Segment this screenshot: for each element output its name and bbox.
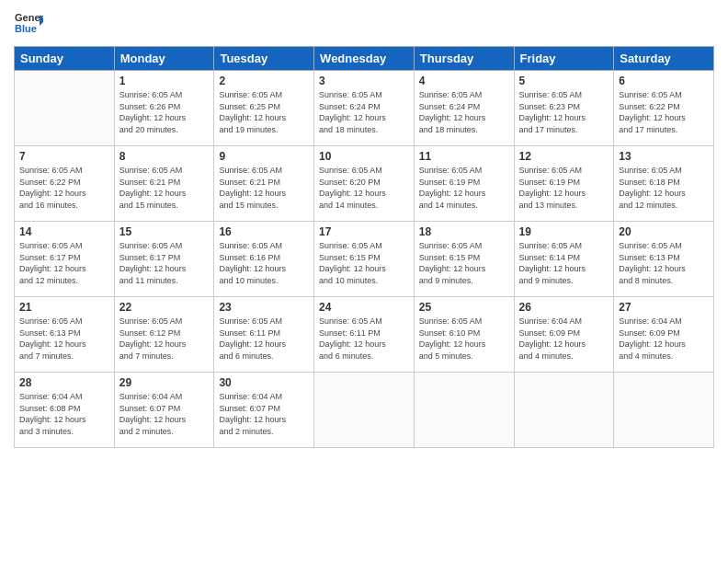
day-info: Sunrise: 6:05 AMSunset: 6:19 PMDaylight:… (519, 165, 609, 211)
day-cell-5-6 (514, 373, 614, 448)
day-cell-3-7: 20Sunrise: 6:05 AMSunset: 6:13 PMDayligh… (614, 222, 714, 297)
day-number: 25 (419, 301, 509, 314)
day-info: Sunrise: 6:04 AMSunset: 6:09 PMDaylight:… (619, 316, 709, 362)
week-row-3: 14Sunrise: 6:05 AMSunset: 6:17 PMDayligh… (15, 222, 714, 297)
day-number: 4 (419, 75, 509, 87)
day-info: Sunrise: 6:05 AMSunset: 6:22 PMDaylight:… (19, 165, 109, 211)
day-cell-4-6: 26Sunrise: 6:04 AMSunset: 6:09 PMDayligh… (514, 297, 614, 373)
day-info: Sunrise: 6:05 AMSunset: 6:18 PMDaylight:… (619, 165, 709, 211)
day-info: Sunrise: 6:04 AMSunset: 6:07 PMDaylight:… (219, 391, 309, 437)
svg-text:General: General (15, 12, 43, 23)
page: General Blue SundayMondayTuesdayWednesda… (0, 0, 728, 563)
calendar: SundayMondayTuesdayWednesdayThursdayFrid… (14, 46, 714, 448)
day-cell-5-1: 28Sunrise: 6:04 AMSunset: 6:08 PMDayligh… (15, 373, 115, 448)
weekday-header-row: SundayMondayTuesdayWednesdayThursdayFrid… (15, 47, 714, 71)
day-number: 8 (119, 150, 210, 163)
day-number: 28 (19, 376, 109, 389)
day-cell-4-4: 24Sunrise: 6:05 AMSunset: 6:11 PMDayligh… (314, 297, 415, 373)
day-number: 20 (619, 225, 709, 238)
day-cell-4-1: 21Sunrise: 6:05 AMSunset: 6:13 PMDayligh… (15, 297, 115, 373)
day-number: 11 (419, 150, 509, 163)
day-info: Sunrise: 6:05 AMSunset: 6:24 PMDaylight:… (319, 89, 409, 135)
day-number: 22 (119, 301, 210, 314)
day-number: 2 (219, 75, 309, 87)
day-number: 6 (619, 75, 709, 87)
day-number: 13 (619, 150, 709, 163)
day-info: Sunrise: 6:04 AMSunset: 6:09 PMDaylight:… (519, 316, 609, 362)
day-number: 26 (519, 301, 609, 314)
day-info: Sunrise: 6:05 AMSunset: 6:17 PMDaylight:… (19, 240, 109, 286)
day-info: Sunrise: 6:04 AMSunset: 6:07 PMDaylight:… (119, 391, 210, 437)
day-cell-4-5: 25Sunrise: 6:05 AMSunset: 6:10 PMDayligh… (414, 297, 514, 373)
day-cell-2-2: 8Sunrise: 6:05 AMSunset: 6:21 PMDaylight… (114, 146, 214, 222)
day-info: Sunrise: 6:05 AMSunset: 6:13 PMDaylight:… (619, 240, 709, 286)
svg-text:Blue: Blue (15, 23, 37, 34)
day-cell-2-3: 9Sunrise: 6:05 AMSunset: 6:21 PMDaylight… (214, 146, 314, 222)
day-info: Sunrise: 6:05 AMSunset: 6:21 PMDaylight:… (119, 165, 210, 211)
logo-svg: General Blue (14, 9, 43, 39)
day-info: Sunrise: 6:05 AMSunset: 6:13 PMDaylight:… (19, 316, 109, 362)
day-number: 27 (619, 301, 709, 314)
day-info: Sunrise: 6:05 AMSunset: 6:25 PMDaylight:… (219, 89, 309, 135)
day-cell-4-3: 23Sunrise: 6:05 AMSunset: 6:11 PMDayligh… (214, 297, 314, 373)
day-cell-3-4: 17Sunrise: 6:05 AMSunset: 6:15 PMDayligh… (314, 222, 415, 297)
day-info: Sunrise: 6:05 AMSunset: 6:15 PMDaylight:… (419, 240, 509, 286)
day-info: Sunrise: 6:05 AMSunset: 6:26 PMDaylight:… (119, 89, 210, 135)
day-number: 15 (119, 225, 210, 238)
day-info: Sunrise: 6:05 AMSunset: 6:19 PMDaylight:… (419, 165, 509, 211)
day-number: 1 (119, 75, 210, 87)
day-number: 5 (519, 75, 609, 87)
day-cell-3-5: 18Sunrise: 6:05 AMSunset: 6:15 PMDayligh… (414, 222, 514, 297)
day-number: 7 (19, 150, 109, 163)
day-cell-1-7: 6Sunrise: 6:05 AMSunset: 6:22 PMDaylight… (614, 71, 714, 146)
day-cell-1-5: 4Sunrise: 6:05 AMSunset: 6:24 PMDaylight… (414, 71, 514, 146)
day-cell-3-6: 19Sunrise: 6:05 AMSunset: 6:14 PMDayligh… (514, 222, 614, 297)
weekday-header-thursday: Thursday (414, 47, 514, 71)
day-number: 30 (219, 376, 309, 389)
day-info: Sunrise: 6:05 AMSunset: 6:10 PMDaylight:… (419, 316, 509, 362)
week-row-2: 7Sunrise: 6:05 AMSunset: 6:22 PMDaylight… (15, 146, 714, 222)
day-number: 12 (519, 150, 609, 163)
day-number: 21 (19, 301, 109, 314)
weekday-header-sunday: Sunday (15, 47, 115, 71)
day-cell-5-7 (614, 373, 714, 448)
week-row-1: 1Sunrise: 6:05 AMSunset: 6:26 PMDaylight… (15, 71, 714, 146)
day-number: 14 (19, 225, 109, 238)
day-number: 23 (219, 301, 309, 314)
day-info: Sunrise: 6:05 AMSunset: 6:20 PMDaylight:… (319, 165, 409, 211)
day-info: Sunrise: 6:04 AMSunset: 6:08 PMDaylight:… (19, 391, 109, 437)
day-cell-1-4: 3Sunrise: 6:05 AMSunset: 6:24 PMDaylight… (314, 71, 415, 146)
day-info: Sunrise: 6:05 AMSunset: 6:11 PMDaylight:… (219, 316, 309, 362)
day-info: Sunrise: 6:05 AMSunset: 6:15 PMDaylight:… (319, 240, 409, 286)
day-number: 29 (119, 376, 210, 389)
day-cell-4-7: 27Sunrise: 6:04 AMSunset: 6:09 PMDayligh… (614, 297, 714, 373)
day-number: 3 (319, 75, 409, 87)
weekday-header-monday: Monday (114, 47, 214, 71)
day-cell-1-2: 1Sunrise: 6:05 AMSunset: 6:26 PMDaylight… (114, 71, 214, 146)
day-number: 17 (319, 225, 409, 238)
day-cell-3-2: 15Sunrise: 6:05 AMSunset: 6:17 PMDayligh… (114, 222, 214, 297)
weekday-header-tuesday: Tuesday (214, 47, 314, 71)
day-info: Sunrise: 6:05 AMSunset: 6:23 PMDaylight:… (519, 89, 609, 135)
logo: General Blue (14, 9, 43, 39)
day-number: 18 (419, 225, 509, 238)
day-cell-5-2: 29Sunrise: 6:04 AMSunset: 6:07 PMDayligh… (114, 373, 214, 448)
header: General Blue (14, 9, 714, 39)
day-cell-1-3: 2Sunrise: 6:05 AMSunset: 6:25 PMDaylight… (214, 71, 314, 146)
day-number: 24 (319, 301, 409, 314)
weekday-header-wednesday: Wednesday (314, 47, 415, 71)
week-row-5: 28Sunrise: 6:04 AMSunset: 6:08 PMDayligh… (15, 373, 714, 448)
day-cell-2-6: 12Sunrise: 6:05 AMSunset: 6:19 PMDayligh… (514, 146, 614, 222)
day-info: Sunrise: 6:05 AMSunset: 6:24 PMDaylight:… (419, 89, 509, 135)
day-cell-2-4: 10Sunrise: 6:05 AMSunset: 6:20 PMDayligh… (314, 146, 415, 222)
day-cell-3-3: 16Sunrise: 6:05 AMSunset: 6:16 PMDayligh… (214, 222, 314, 297)
day-cell-2-5: 11Sunrise: 6:05 AMSunset: 6:19 PMDayligh… (414, 146, 514, 222)
day-info: Sunrise: 6:05 AMSunset: 6:22 PMDaylight:… (619, 89, 709, 135)
day-cell-4-2: 22Sunrise: 6:05 AMSunset: 6:12 PMDayligh… (114, 297, 214, 373)
day-info: Sunrise: 6:05 AMSunset: 6:12 PMDaylight:… (119, 316, 210, 362)
day-cell-5-3: 30Sunrise: 6:04 AMSunset: 6:07 PMDayligh… (214, 373, 314, 448)
day-cell-2-7: 13Sunrise: 6:05 AMSunset: 6:18 PMDayligh… (614, 146, 714, 222)
day-number: 10 (319, 150, 409, 163)
week-row-4: 21Sunrise: 6:05 AMSunset: 6:13 PMDayligh… (15, 297, 714, 373)
day-number: 9 (219, 150, 309, 163)
